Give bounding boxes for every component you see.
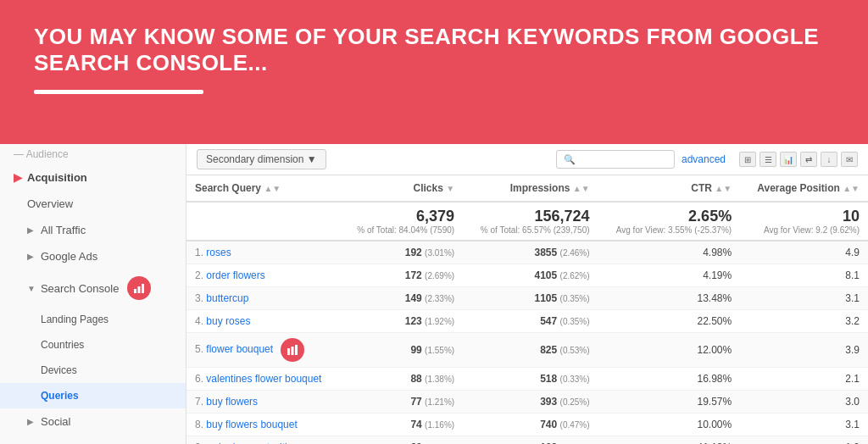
sidebar-item-search-console[interactable]: ▼ Search Console [0,269,186,307]
query-link[interactable]: buy flowers [206,396,258,408]
svg-rect-0 [134,289,136,293]
ctr-val: 4.19% [703,269,732,281]
clicks-cell: 172 (2.69%) [341,264,464,287]
sidebar-item-acquisition[interactable]: ▶ Acquisition [0,164,186,191]
query-cell: 8. buy flowers bouquet [186,413,341,436]
imp-pct: (2.46%) [560,248,590,258]
toolbar-icons: ⊞ ☰ 📊 ⇄ ↓ ✉ [739,152,858,167]
clicks-pct: (1.55%) [425,346,454,355]
col-impressions: Impressions ▲▼ [463,175,598,202]
sidebar-item-devices[interactable]: Devices [0,358,186,383]
table-row: 3. buttercup 149 (2.33%) 1105 (0.35%) 13… [186,287,868,310]
row-num: 8. [195,419,203,430]
avg-pos-cell: 4.9 [740,241,868,264]
impressions-cell: 4105 (2.62%) [463,264,598,287]
imp-pct: (2.62%) [560,271,590,280]
avg-pos-cell: 3.1 [740,413,868,436]
imp-val: 825 [540,344,557,356]
impressions-cell: 393 (0.25%) [463,391,598,413]
ctr-val: 12.00% [697,344,732,356]
clicks-pct: (1.21%) [425,397,454,407]
avg-pos-cell: 8.1 [740,264,868,287]
imp-val: 518 [540,373,557,385]
query-link[interactable]: flower bouquet [206,343,273,355]
total-impressions: 156,724 [471,208,589,225]
avg-pos-sort-icon[interactable]: ▲▼ [843,184,860,193]
impressions-cell: 547 (0.35%) [463,310,598,333]
download-icon[interactable]: ↓ [821,152,837,167]
table-row: 8. buy flowers bouquet 74 (1.16%) 740 (0… [186,413,868,436]
compare-icon[interactable]: ⇄ [800,152,817,167]
ctr-val: 4.98% [703,247,732,258]
ctr-cell: 4.19% [598,264,741,287]
query-link[interactable]: buy flowers bouquet [206,419,297,430]
query-link[interactable]: valentines flower bouquet [206,373,321,385]
clicks-cell: 69 (1.08%) [341,436,464,445]
ctr-cell: 16.98% [598,368,741,391]
secondary-dimension-button[interactable]: Secondary dimension ▼ [197,149,326,169]
search-icon: 🔍 [564,154,576,165]
sidebar-item-all-traffic[interactable]: ▶ All Traffic [0,217,186,243]
sidebar-item-queries[interactable]: Queries [0,383,186,408]
query-link[interactable]: order flowers [206,269,264,281]
advanced-link[interactable]: advanced [682,153,726,165]
ctr-sort-icon[interactable]: ▲▼ [715,184,732,193]
query-link[interactable]: buttercup [206,292,248,304]
sidebar-item-audience[interactable]: — Audience [0,144,186,164]
sidebar-item-landing-pages[interactable]: Landing Pages [0,307,186,332]
avg-pos-cell: 3.2 [740,310,868,333]
search-query-sort-icon[interactable]: ▲▼ [264,184,281,193]
clicks-cell: 123 (1.92%) [341,310,464,333]
imp-val: 3855 [535,247,558,258]
sidebar-item-campaigns[interactable]: ▶ Campaigns [0,435,186,444]
all-traffic-label: All Traffic [41,224,86,236]
clicks-cell: 192 (3.01%) [341,241,464,264]
clicks-pct: (2.33%) [425,294,454,303]
ctr-val: 19.57% [697,396,732,408]
all-traffic-arrow: ▶ [27,225,34,235]
impressions-cell: 168 (0.11%) [463,436,598,445]
impressions-sort-icon[interactable]: ▲▼ [573,184,590,193]
sidebar-item-countries[interactable]: Countries [0,332,186,358]
imp-pct: (0.35%) [560,317,590,326]
sidebar-item-social[interactable]: ▶ Social [0,408,186,435]
ctr-cell: 19.57% [598,391,741,413]
sidebar-item-overview[interactable]: Overview [0,191,186,217]
main-content: Secondary dimension ▼ 🔍 advanced ⊞ ☰ 📊 ⇄… [186,144,868,444]
table-icon[interactable]: ☰ [760,152,776,167]
search-input[interactable] [579,153,664,165]
imp-val: 393 [540,396,557,408]
search-console-icon-circle [127,276,151,300]
query-cell: 1. roses [186,241,341,264]
impressions-cell: 518 (0.33%) [463,368,598,391]
row-num: 4. [195,315,203,327]
chart-icon[interactable]: 📊 [780,152,797,167]
sidebar-item-google-ads[interactable]: ▶ Google Ads [0,243,186,269]
query-link[interactable]: buy roses [206,315,250,327]
imp-pct: (0.47%) [560,420,590,430]
ctr-cell: 41.18% [598,436,741,445]
secondary-dim-label: Secondary dimension ▼ [206,153,317,165]
query-cell: 5. flower bouquet [186,333,341,368]
avg-pos-val: 8.1 [845,269,860,281]
ctr-cell: 12.00% [598,333,741,368]
col-search-query: Search Query ▲▼ [186,175,341,202]
total-avg-pos-pct: Avg for View: 9.2 (9.62%) [748,225,860,235]
google-ads-arrow: ▶ [27,252,34,261]
impressions-cell: 825 (0.53%) [463,333,598,368]
total-clicks: 6,379 [349,208,455,225]
acquisition-arrow: ▶ [14,171,22,184]
query-link[interactable]: roses [206,247,231,258]
avg-pos-val: 2.1 [845,373,860,385]
table-row: 4. buy roses 123 (1.92%) 547 (0.35%) 22.… [186,310,868,333]
impressions-cell: 740 (0.47%) [463,413,598,436]
clicks-sort-icon[interactable]: ▼ [446,184,454,193]
page-headline: YOU MAY KNOW SOME OF YOUR SEARCH KEYWORD… [34,24,834,76]
total-avg-pos: 10 [748,208,860,225]
avg-pos-cell: 3.0 [740,391,868,413]
query-cell: 2. order flowers [186,264,341,287]
grid-icon[interactable]: ⊞ [739,152,756,167]
clicks-pct: (1.16%) [425,420,454,430]
share-icon[interactable]: ✉ [841,152,858,167]
clicks-val: 149 [405,292,422,304]
